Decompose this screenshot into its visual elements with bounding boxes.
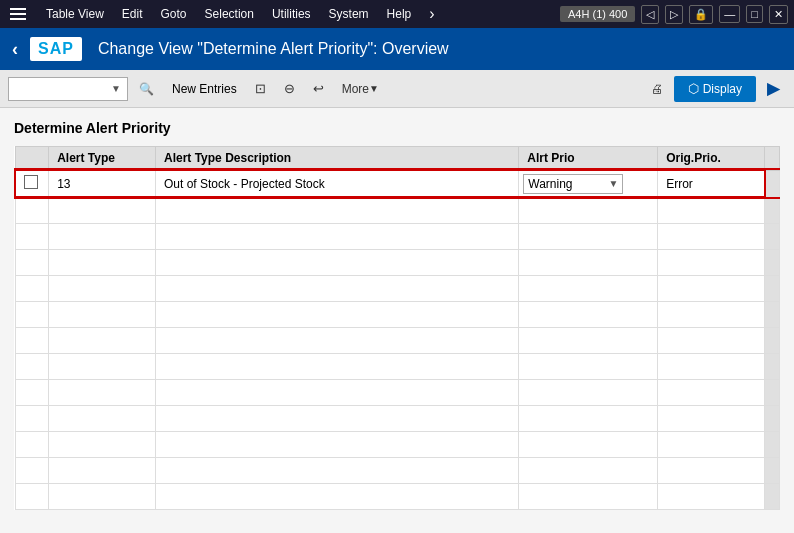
table-row	[15, 405, 780, 431]
display-icon: ⬡	[688, 81, 699, 96]
page-content: Determine Alert Priority Alert Type Aler…	[0, 108, 794, 518]
menu-bar: Table View Edit Goto Selection Utilities…	[0, 0, 794, 28]
title-bar: ‹ SAP Change View "Determine Alert Prior…	[0, 28, 794, 70]
close-icon[interactable]: ✕	[769, 5, 788, 24]
alert-prio-value: Warning	[528, 177, 572, 191]
minimize-icon[interactable]: —	[719, 5, 740, 23]
toolbar: ▼ 🔍 New Entries ⊡ ⊖ ↩ More ▼ 🖨 ⬡ Display…	[0, 70, 794, 108]
table-row	[15, 431, 780, 457]
col-scrollbar-spacer	[765, 147, 780, 171]
nav-back-icon[interactable]: ◁	[641, 5, 659, 24]
table-row[interactable]: 13 Out of Stock - Projected Stock Warnin…	[15, 170, 780, 197]
col-alert-prio: Alrt Prio	[519, 147, 658, 171]
menu-item-tableview[interactable]: Table View	[38, 4, 112, 24]
menu-item-system[interactable]: System	[321, 4, 377, 24]
row-description-cell: Out of Stock - Projected Stock	[156, 170, 519, 197]
undo-button[interactable]: ↩	[306, 77, 331, 101]
alert-prio-dropdown[interactable]: Warning ▼	[523, 174, 623, 194]
col-description: Alert Type Description	[156, 147, 519, 171]
delete-button[interactable]: ⊖	[277, 77, 302, 101]
more-label: More	[342, 82, 369, 96]
undo-icon: ↩	[313, 81, 324, 96]
back-button[interactable]: ‹	[12, 39, 18, 60]
menu-more-arrow[interactable]: ›	[421, 2, 442, 26]
scroll-cell	[765, 170, 780, 197]
menu-item-help[interactable]: Help	[379, 4, 420, 24]
table-row	[15, 457, 780, 483]
table-row	[15, 353, 780, 379]
menu-item-selection[interactable]: Selection	[197, 4, 262, 24]
nav-forward-icon[interactable]: ▷	[665, 5, 683, 24]
table-row	[15, 379, 780, 405]
maximize-icon[interactable]: □	[746, 5, 763, 23]
data-table-container: Alert Type Alert Type Description Alrt P…	[14, 146, 780, 510]
row-checkbox-cell[interactable]	[15, 170, 49, 197]
system-info: A4H (1) 400	[560, 6, 635, 22]
table-header-row: Alert Type Alert Type Description Alrt P…	[15, 147, 780, 171]
chevron-down-icon: ▼	[369, 83, 379, 94]
col-checkbox	[15, 147, 49, 171]
table-row	[15, 249, 780, 275]
right-icons: A4H (1) 400 ◁ ▷ 🔒 — □ ✕	[560, 5, 788, 24]
view-dropdown[interactable]: ▼	[8, 77, 128, 101]
row-orig-prio-cell: Error	[658, 170, 765, 197]
menu-item-edit[interactable]: Edit	[114, 4, 151, 24]
extra-action-button[interactable]: ▶	[760, 77, 786, 101]
chevron-down-icon: ▼	[111, 83, 121, 94]
row-alert-type-cell: 13	[49, 170, 156, 197]
print-icon: 🖨	[651, 82, 663, 96]
col-alert-type: Alert Type	[49, 147, 156, 171]
sap-logo: SAP	[30, 37, 82, 61]
new-entries-button[interactable]: New Entries	[165, 77, 244, 101]
section-title: Determine Alert Priority	[14, 120, 780, 136]
lock-icon[interactable]: 🔒	[689, 5, 713, 24]
table-row	[15, 301, 780, 327]
display-button[interactable]: ⬡ Display	[674, 76, 756, 102]
table-row	[15, 223, 780, 249]
page-title: Change View "Determine Alert Priority": …	[98, 40, 449, 58]
row-checkbox[interactable]	[24, 175, 38, 189]
table-row	[15, 275, 780, 301]
table-row	[15, 483, 780, 509]
more-button[interactable]: More ▼	[335, 77, 386, 101]
search-button[interactable]: 🔍	[132, 77, 161, 101]
col-orig-prio: Orig.Prio.	[658, 147, 765, 171]
row-alert-prio-cell[interactable]: Warning ▼	[519, 170, 658, 197]
menu-item-goto[interactable]: Goto	[153, 4, 195, 24]
minus-circle-icon: ⊖	[284, 81, 295, 96]
menu-item-utilities[interactable]: Utilities	[264, 4, 319, 24]
table-row	[15, 197, 780, 223]
copy-button[interactable]: ⊡	[248, 77, 273, 101]
search-icon: 🔍	[139, 82, 154, 96]
copy-icon: ⊡	[255, 81, 266, 96]
chevron-down-icon: ▼	[608, 178, 618, 189]
table-row	[15, 327, 780, 353]
display-label: Display	[703, 82, 742, 96]
hamburger-menu[interactable]	[6, 4, 30, 24]
print-button[interactable]: 🖨	[644, 77, 670, 101]
alert-priority-table: Alert Type Alert Type Description Alrt P…	[14, 146, 780, 510]
